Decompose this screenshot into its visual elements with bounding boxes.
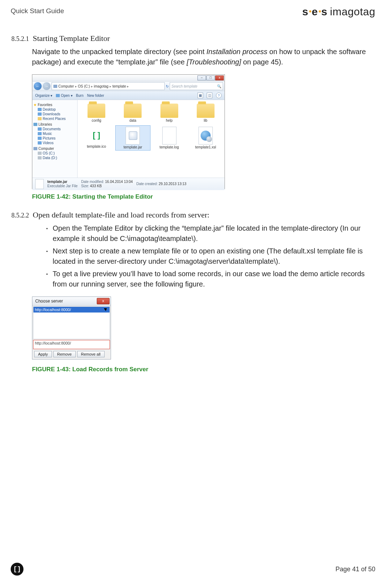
- breadcrumb-item[interactable]: template: [112, 84, 126, 88]
- toolbar-organize[interactable]: Organize ▾: [35, 94, 52, 98]
- details-filetype: Executable Jar File: [47, 184, 78, 188]
- sidebar-item-documents[interactable]: Documents: [33, 127, 76, 131]
- file-template-jar[interactable]: template.jar: [115, 125, 150, 151]
- breadcrumb[interactable]: Computer▸ OS (C:)▸ imagotag▸ template▸: [52, 82, 165, 90]
- search-icon: 🔍: [217, 84, 221, 88]
- videos-icon: [38, 141, 42, 145]
- drive-icon: [38, 152, 42, 155]
- section-number: 8.5.2.2: [11, 212, 33, 219]
- apply-button[interactable]: Apply: [34, 351, 52, 357]
- sidebar-item-recent[interactable]: Recent Places: [33, 116, 76, 121]
- section-number: 8.5.2.1: [11, 35, 33, 43]
- explorer-toolbar: Organize ▾ Open ▾ Burn New folder ▦ ◫ ?: [32, 91, 224, 100]
- list-item: Open the Template Editor by clicking the…: [46, 223, 375, 244]
- para-text: on page 45).: [241, 58, 283, 66]
- sidebar-item-videos[interactable]: Videos: [33, 141, 76, 145]
- file-template-ico[interactable]: [ ]template.ico: [79, 125, 114, 151]
- remove-all-button[interactable]: Remove all: [77, 351, 105, 357]
- documents-icon: [38, 127, 42, 131]
- server-list[interactable]: http://localhost:8000/: [33, 306, 110, 339]
- section-title: Open default template-file and load reco…: [33, 210, 210, 220]
- folder-icon: [124, 104, 142, 118]
- sidebar-item-data-d[interactable]: Data (D:): [33, 156, 76, 160]
- toolbar-burn[interactable]: Burn: [76, 94, 84, 98]
- file-template-log[interactable]: template.log: [152, 125, 187, 151]
- folder-help[interactable]: help: [152, 102, 187, 124]
- footer-logo-icon: []: [11, 563, 23, 576]
- sidebar-computer[interactable]: Computer: [38, 147, 54, 151]
- section2-bullets: Open the Template Editor by clicking the…: [32, 223, 375, 289]
- open-icon: [56, 94, 60, 97]
- details-size-label: Size:: [81, 184, 89, 188]
- figure-1-42-caption: FIGURE 1-42: Starting the Template Edito…: [32, 193, 375, 200]
- jar-file-icon: [126, 127, 140, 145]
- file-template1-xsl[interactable]: template1.xsl: [188, 125, 223, 151]
- details-thumb-icon: [35, 179, 44, 189]
- window-maximize-button[interactable]: □: [206, 75, 215, 80]
- logo-ses-text: ses: [302, 6, 328, 18]
- details-filename: template.jar: [47, 180, 78, 184]
- help-icon[interactable]: ?: [216, 93, 222, 98]
- folder-icon: [197, 104, 215, 118]
- log-file-icon: [162, 127, 176, 145]
- sidebar-item-pictures[interactable]: Pictures: [33, 136, 76, 141]
- view-icon[interactable]: ▦: [197, 93, 203, 98]
- breadcrumb-item[interactable]: imagotag: [94, 84, 109, 88]
- figure-1-43-caption: FIGURE 1-43: Load Records from Server: [32, 366, 375, 373]
- sidebar-favorites[interactable]: Favorites: [38, 103, 52, 107]
- dialog-close-button[interactable]: x: [97, 298, 110, 304]
- ico-file-icon: [ ]: [90, 127, 103, 144]
- folder-data[interactable]: data: [115, 102, 150, 124]
- details-pane: template.jar Executable Jar File Date mo…: [32, 178, 224, 190]
- sidebar-item-music[interactable]: Music: [33, 131, 76, 136]
- section1-paragraph: Navigate to the unpacked template direct…: [32, 47, 374, 67]
- section-title: Starting Template Editor: [33, 34, 110, 43]
- details-created: 29.10.2013 13:13: [159, 182, 186, 186]
- details-created-label: Date created:: [136, 182, 158, 186]
- list-item: To get a live preview you’ll have to loa…: [46, 269, 375, 289]
- toolbar-newfolder[interactable]: New folder: [87, 94, 104, 98]
- server-list-item-selected[interactable]: http://localhost:8000/: [33, 307, 110, 313]
- sidebar-libraries[interactable]: Libraries: [38, 122, 52, 126]
- remove-button[interactable]: Remove: [53, 351, 76, 357]
- dialog-title: Choose server: [35, 299, 63, 304]
- window-minimize-button[interactable]: –: [197, 75, 206, 80]
- downloads-icon: [38, 112, 42, 116]
- details-size: 433 KB: [90, 184, 102, 188]
- search-input[interactable]: Search template 🔍: [170, 82, 223, 90]
- preview-pane-icon[interactable]: ◫: [207, 93, 212, 98]
- window-close-button[interactable]: x: [215, 75, 224, 80]
- para-emph: Installation process: [206, 48, 267, 56]
- file-pane: config data help lib [ ]template.ico tem…: [78, 100, 224, 178]
- folder-icon: [88, 104, 105, 118]
- choose-server-dialog: Choose server x http://localhost:8000/ h…: [32, 296, 111, 359]
- recent-icon: [38, 117, 42, 120]
- server-url-input[interactable]: http://localhost:8000/: [33, 340, 110, 349]
- explorer-window: – □ x ← → Computer▸ OS (C:)▸ imagotag▸ t…: [32, 74, 225, 189]
- para-link-ref: [Troubleshooting]: [187, 58, 241, 66]
- folder-config[interactable]: config: [79, 102, 114, 124]
- folder-lib[interactable]: lib: [188, 102, 223, 124]
- doc-header-title: Quick Start Guide: [11, 7, 64, 15]
- xsl-file-icon: [199, 127, 213, 145]
- page-number: Page 41 of 50: [335, 566, 375, 573]
- toolbar-open[interactable]: Open ▾: [56, 94, 72, 98]
- favorites-star-icon: ★: [33, 103, 37, 107]
- search-placeholder: Search template: [171, 84, 197, 88]
- logo-imagotag-text: imagotag: [330, 6, 375, 18]
- sidebar-item-downloads[interactable]: Downloads: [33, 112, 76, 116]
- list-item: Next step is to create a new template fi…: [46, 246, 375, 267]
- computer-icon: [53, 85, 57, 88]
- brand-logo: ses imagotag: [302, 6, 375, 18]
- details-modified-label: Date modified:: [81, 180, 104, 184]
- sidebar-item-os-c[interactable]: OS (C:): [33, 151, 76, 156]
- sidebar-item-desktop[interactable]: Desktop: [33, 107, 76, 112]
- pictures-icon: [38, 137, 42, 140]
- drive-icon: [38, 156, 42, 159]
- para-text: Navigate to the unpacked template direct…: [32, 48, 206, 56]
- nav-forward-button[interactable]: →: [43, 82, 51, 90]
- computer-icon: [33, 147, 37, 150]
- breadcrumb-item[interactable]: Computer: [58, 84, 74, 88]
- nav-back-button[interactable]: ←: [34, 82, 42, 90]
- breadcrumb-item[interactable]: OS (C:): [78, 84, 90, 88]
